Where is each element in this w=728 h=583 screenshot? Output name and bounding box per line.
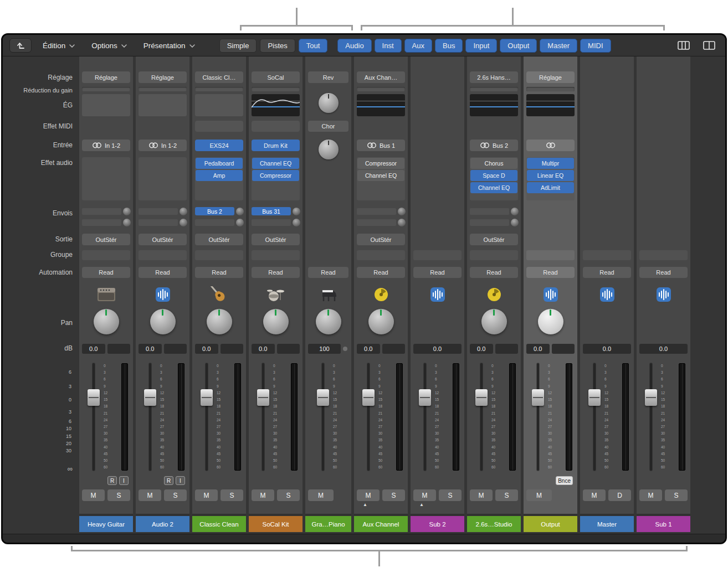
midi-effect-slot[interactable]: Chor [308, 121, 348, 132]
track-name-label[interactable]: Sub 2 [411, 516, 464, 532]
group-slot[interactable] [357, 250, 405, 260]
filter-button-midi[interactable]: MIDI [580, 39, 611, 53]
columns-2-icon[interactable] [700, 39, 719, 53]
filter-button-inst[interactable]: Inst [375, 39, 402, 53]
automation-mode-button[interactable]: Read [252, 267, 300, 278]
mute-button[interactable]: M [639, 489, 662, 501]
midi-effect-slot[interactable] [252, 121, 300, 132]
fader-handle[interactable] [144, 389, 156, 406]
automation-mode-button[interactable]: Read [470, 267, 518, 278]
pan-knob[interactable] [538, 309, 563, 334]
automation-mode-button[interactable]: Read [357, 267, 405, 278]
filter-button-aux[interactable]: Aux [404, 39, 432, 53]
channel-setting-button[interactable]: 2.6s Hans… [470, 71, 518, 83]
send-slot[interactable]: Bus 2 [195, 207, 234, 215]
mute-button[interactable]: M [252, 489, 274, 501]
db-value[interactable]: 0.0 [195, 344, 218, 354]
group-slot[interactable] [82, 250, 130, 260]
disclosure-triangle[interactable]: ▲ [363, 503, 367, 507]
dim-button[interactable]: D [608, 489, 631, 501]
fader-handle[interactable] [201, 389, 213, 406]
send-slot[interactable] [252, 219, 291, 226]
output-slot[interactable]: OutStér [357, 234, 405, 245]
automation-mode-button[interactable]: Read [583, 267, 631, 278]
track-name-label[interactable]: Classic Clean [192, 516, 246, 532]
db-value[interactable]: 100 [308, 344, 341, 354]
record-button[interactable]: R [164, 476, 173, 485]
bounce-button[interactable]: Bnce [556, 476, 573, 485]
mute-button[interactable]: M [526, 489, 552, 501]
mute-button[interactable]: M [413, 489, 436, 501]
input-slot[interactable]: Drum Kit [252, 140, 300, 151]
group-slot[interactable] [639, 250, 688, 260]
automation-mode-button[interactable]: Read [195, 267, 243, 278]
peak-value[interactable] [495, 344, 519, 354]
pan-knob[interactable] [368, 309, 394, 334]
peak-value[interactable] [164, 344, 187, 354]
automation-mode-button[interactable]: Read [139, 267, 187, 278]
audio-effect-slot[interactable]: Linear EQ [527, 170, 574, 181]
audio-effect-slot[interactable]: Pedalboard [196, 158, 243, 169]
channel-setting-button[interactable]: Réglage [139, 71, 187, 83]
db-value[interactable]: 0.0 [413, 344, 462, 354]
input-slot[interactable]: Bus 2 [470, 140, 518, 151]
automation-mode-button[interactable]: Read [308, 267, 348, 278]
fader-handle[interactable] [475, 389, 488, 406]
db-value[interactable]: 0.0 [639, 344, 688, 354]
menu-presentation[interactable]: Présentation [143, 42, 195, 50]
solo-button[interactable]: S [495, 489, 518, 501]
audio-effect-slot[interactable]: Channel EQ [252, 158, 299, 169]
fader-handle[interactable] [588, 389, 601, 406]
channel-setting-button[interactable]: Aux Chan… [357, 71, 405, 83]
fader-handle[interactable] [645, 389, 657, 406]
track-name-label[interactable]: SoCal Kit [249, 516, 303, 532]
audio-effect-slot[interactable]: Compressor [252, 170, 299, 181]
menu-edition[interactable]: Édition [43, 42, 75, 50]
input-monitor-button[interactable]: I [119, 476, 129, 485]
group-slot[interactable] [139, 250, 187, 260]
input-slot[interactable]: EXS24 [195, 140, 243, 151]
send-knob[interactable] [398, 219, 406, 226]
columns-3-icon[interactable] [674, 39, 693, 53]
audio-effect-slot[interactable]: Amp [196, 170, 243, 181]
send-slot[interactable] [195, 219, 234, 226]
track-name-label[interactable]: 2.6s…Studio [467, 516, 521, 532]
send-slot[interactable] [470, 208, 509, 215]
send-knob[interactable] [180, 219, 187, 226]
send-slot[interactable] [470, 219, 509, 226]
input-slot[interactable] [526, 140, 575, 151]
pan-knob[interactable] [481, 309, 507, 334]
filter-button-master[interactable]: Master [540, 39, 577, 53]
group-slot[interactable] [583, 250, 631, 260]
db-value[interactable]: 0.0 [357, 344, 380, 354]
channel-setting-button[interactable]: Réglage [526, 71, 575, 83]
send-slot[interactable] [139, 208, 178, 215]
send-knob[interactable] [293, 208, 300, 215]
mute-button[interactable]: M [82, 489, 105, 501]
output-slot[interactable]: OutStér [252, 234, 300, 245]
track-name-label[interactable]: Master [580, 516, 634, 532]
send-slot[interactable] [357, 219, 396, 226]
midi-effect-slot[interactable] [195, 121, 243, 132]
automation-mode-button[interactable]: Read [413, 267, 462, 278]
view-button-pistes[interactable]: Pistes [260, 39, 295, 53]
input-slot[interactable]: In 1-2 [139, 140, 187, 151]
filter-button-output[interactable]: Output [500, 39, 537, 53]
input-slot[interactable]: In 1-2 [82, 140, 130, 151]
send-slot[interactable] [357, 208, 396, 215]
eq-thumbnail[interactable] [470, 94, 518, 116]
send-knob[interactable] [398, 208, 406, 215]
mute-button[interactable]: M [139, 489, 161, 501]
solo-button[interactable]: S [107, 489, 130, 501]
view-button-tout[interactable]: Tout [299, 39, 328, 53]
send-slot[interactable]: Bus 31 [252, 207, 291, 215]
smart-control-knob[interactable] [319, 93, 339, 113]
filter-button-audio[interactable]: Audio [337, 39, 371, 53]
mute-button[interactable]: M [470, 489, 493, 501]
automation-mode-button[interactable]: Read [82, 267, 130, 278]
send-knob[interactable] [236, 208, 244, 215]
solo-button[interactable]: S [277, 489, 300, 501]
output-slot[interactable]: OutStér [139, 234, 187, 245]
fader-handle[interactable] [88, 389, 100, 406]
automation-mode-button[interactable]: Read [526, 267, 575, 278]
